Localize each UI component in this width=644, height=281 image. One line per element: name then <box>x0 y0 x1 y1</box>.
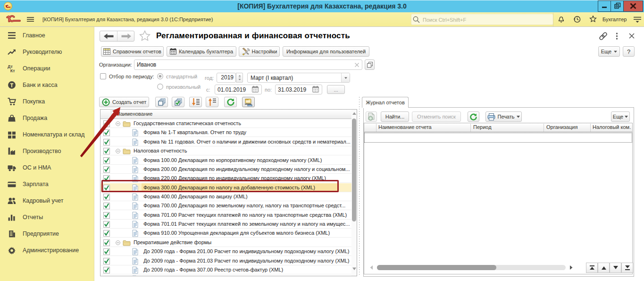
svg-text:Кт: Кт <box>10 68 15 73</box>
